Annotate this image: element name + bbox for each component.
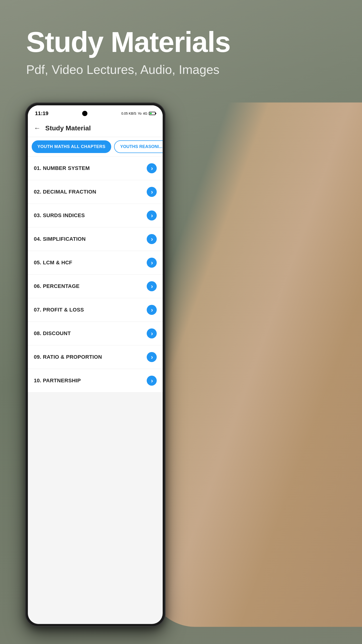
network-type: 4G — [143, 112, 147, 115]
app-header: ← Study Material — [28, 120, 163, 137]
chapter-name: 04. SIMPLIFICATION — [34, 236, 86, 242]
chapter-name: 07. PROFIT & LOSS — [34, 307, 84, 313]
phone-container: 11:19 0.05 KB/S Yo 4G ← Study Material Y — [25, 102, 166, 627]
chapter-arrow-icon — [147, 328, 157, 338]
status-icons: 0.05 KB/S Yo 4G — [121, 112, 155, 115]
hand-background — [148, 102, 362, 627]
chapter-name: 01. NUMBER SYSTEM — [34, 165, 90, 171]
chapter-name: 10. PARTNERSHIP — [34, 378, 81, 384]
chapter-item[interactable]: 09. RATIO & PROPORTION — [28, 345, 163, 369]
chapter-arrow-icon — [147, 305, 157, 315]
chapter-item[interactable]: 07. PROFIT & LOSS — [28, 298, 163, 322]
battery-fill — [150, 113, 152, 114]
chapter-item[interactable]: 02. DECIMAL FRACTION — [28, 180, 163, 204]
battery-icon — [149, 112, 155, 115]
chapter-arrow-icon — [147, 187, 157, 197]
chapter-item[interactable]: 01. NUMBER SYSTEM — [28, 156, 163, 180]
app-title: Study Material — [45, 124, 91, 132]
hero-subtitle: Pdf, Video Lectures, Audio, Images — [26, 62, 230, 77]
chapter-arrow-icon — [147, 352, 157, 362]
chapter-arrow-icon — [147, 281, 157, 291]
chapter-arrow-icon — [147, 234, 157, 244]
chapter-arrow-icon — [147, 258, 157, 268]
status-bar: 11:19 0.05 KB/S Yo 4G — [28, 105, 163, 120]
camera-dot — [82, 111, 87, 116]
network-speed: 0.05 KB/S — [121, 112, 136, 115]
chapter-item[interactable]: 04. SIMPLIFICATION — [28, 228, 163, 251]
chapter-name: 02. DECIMAL FRACTION — [34, 189, 96, 195]
status-time: 11:19 — [35, 110, 48, 116]
back-button[interactable]: ← — [34, 124, 40, 132]
chapter-item[interactable]: 05. LCM & HCF — [28, 251, 163, 274]
chapter-arrow-icon — [147, 210, 157, 220]
carrier: Yo — [138, 112, 141, 115]
chapter-item[interactable]: 10. PARTNERSHIP — [28, 369, 163, 392]
tab-bar: YOUTH MATHS ALL CHAPTERS YOUTHS REASONI.… — [28, 137, 163, 156]
chapter-arrow-icon — [147, 163, 157, 173]
hero-title: Study Materials — [26, 26, 230, 58]
chapter-arrow-icon — [147, 376, 157, 386]
tab-youth-maths[interactable]: YOUTH MATHS ALL CHAPTERS — [32, 140, 111, 153]
chapter-name: 05. LCM & HCF — [34, 260, 72, 266]
chapter-item[interactable]: 03. SURDS INDICES — [28, 204, 163, 228]
hero-section: Study Materials Pdf, Video Lectures, Aud… — [26, 26, 230, 77]
chapter-name: 03. SURDS INDICES — [34, 212, 85, 218]
chapter-name: 06. PERCENTAGE — [34, 283, 79, 289]
chapter-item[interactable]: 06. PERCENTAGE — [28, 274, 163, 298]
chapter-name: 08. DISCOUNT — [34, 330, 71, 336]
phone-screen: 11:19 0.05 KB/S Yo 4G ← Study Material Y — [28, 105, 163, 624]
phone-frame: 11:19 0.05 KB/S Yo 4G ← Study Material Y — [25, 102, 166, 627]
tab-youths-reasoning[interactable]: YOUTHS REASONI... — [114, 140, 163, 153]
chapter-item[interactable]: 08. DISCOUNT — [28, 322, 163, 345]
chapter-list: 01. NUMBER SYSTEM02. DECIMAL FRACTION03.… — [28, 156, 163, 392]
chapter-name: 09. RATIO & PROPORTION — [34, 354, 102, 360]
